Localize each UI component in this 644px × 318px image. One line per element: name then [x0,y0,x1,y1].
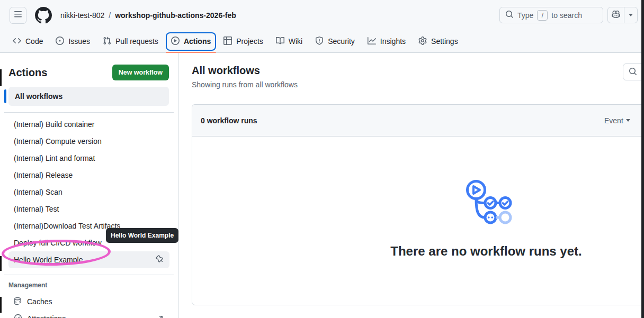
actions-sidebar: Actions New workflow All workflows (Inte… [0,53,178,318]
tab-insights[interactable]: Insights [361,30,412,52]
new-workflow-button[interactable]: New workflow [112,65,169,80]
sidebar-item-caches[interactable]: Caches [8,293,169,310]
global-search-input[interactable]: Type / to search [499,7,603,23]
runs-table-body: There are no workflow runs yet. [192,137,644,305]
copilot-icon [612,10,620,21]
top-chrome: nikki-test-802 / workshop-github-actions… [0,0,644,53]
content-area: Actions New workflow All workflows (Inte… [0,53,644,318]
issue-opened-icon [56,37,64,47]
workflow-item-hello-world[interactable]: Hello World Example [8,251,169,268]
code-icon [13,37,21,47]
screenshot-right-edge-strip [641,0,644,318]
search-placeholder-prefix: Type [517,11,533,20]
chevron-down-icon [626,119,630,122]
workflow-item[interactable]: (Internal) Compute version [8,133,169,150]
chevron-down-icon [629,14,633,16]
breadcrumb-separator: / [109,11,111,20]
app-header: nikki-test-802 / workshop-github-actions… [0,0,644,30]
book-icon [276,37,284,47]
three-bars-icon [14,10,22,20]
workflow-item-label: Hello World Example [14,256,83,264]
workflow-list: (Internal) Build container (Internal) Co… [8,116,169,268]
tab-label: Wiki [289,37,302,46]
tab-pull-requests[interactable]: Pull requests [96,30,165,52]
verified-icon [14,314,22,318]
hamburger-menu-button[interactable] [10,7,26,24]
sidebar-item-attestations[interactable]: Attestations [8,310,169,318]
tab-security[interactable]: Security [309,30,361,52]
tooltip-hello-world-example: Hello World Example [106,228,178,243]
pin-icon[interactable] [156,255,164,265]
page-subtitle: Showing runs from all workflows [192,80,298,89]
workflow-item[interactable]: (Internal) Lint and format [8,150,169,167]
filter-label: Event [604,116,623,125]
breadcrumb: nikki-test-802 / workshop-github-actions… [60,11,236,20]
sidebar-title: Actions [8,67,47,79]
repo-tab-nav: Code Issues Pull requests Actions Projec… [0,30,644,52]
tab-issues[interactable]: Issues [49,30,96,52]
copilot-dropdown-button[interactable] [624,7,637,23]
breadcrumb-owner-link[interactable]: nikki-test-802 [60,11,104,20]
page-title: All workflows [192,65,260,77]
empty-state-message: There are no workflow runs yet. [390,244,582,259]
tab-label: Insights [380,37,406,46]
sidebar-divider [4,112,174,113]
sidebar-item-label: Attestations [27,314,66,318]
all-workflows-label: All workflows [15,92,62,101]
cache-icon [14,297,22,307]
sidebar-divider [4,275,174,275]
sidebar-item-all-workflows[interactable]: All workflows [8,87,169,106]
copilot-button[interactable] [608,7,624,23]
tab-projects[interactable]: Projects [217,30,270,52]
sidebar-item-label: Caches [27,297,52,306]
tab-label: Actions [184,37,211,46]
filter-runs-search-input[interactable]: F [623,63,644,80]
github-logo-icon[interactable] [35,7,52,24]
search-icon [629,67,637,77]
runs-filters: Event [604,105,630,136]
breadcrumb-repo-link[interactable]: workshop-github-actions-2026-feb [115,11,236,20]
workflow-runs-count: 0 workflow runs [201,116,257,125]
tab-code[interactable]: Code [6,30,49,52]
workflow-item[interactable]: (Internal) Release [8,167,169,184]
tab-label: Code [25,37,43,46]
tab-label: Issues [68,37,90,46]
workflow-empty-state-illustration [460,176,513,226]
play-icon [171,37,180,47]
workflow-runs-main: All workflows Showing runs from all work… [178,53,644,318]
slash-keycap: / [537,10,548,21]
gear-icon [418,37,427,47]
arrow-up-right-icon [157,314,164,318]
workflow-item[interactable]: (Internal) Build container [8,116,169,133]
graph-icon [368,37,376,47]
search-icon [505,10,514,20]
runs-table-header: 0 workflow runs Event [192,105,644,137]
event-filter-dropdown[interactable]: Event [604,116,630,125]
screenshot-left-edge-artifact [0,256,2,271]
search-placeholder-suffix: to search [551,11,582,20]
workflow-runs-table: 0 workflow runs Event [192,104,644,305]
workflow-item[interactable]: (Internal) Test [8,201,169,217]
tab-label: Projects [236,37,263,46]
tab-label: Pull requests [115,37,158,46]
screenshot-left-edge-artifact [0,297,2,313]
shield-icon [315,37,324,47]
tab-label: Settings [431,37,458,46]
git-pull-request-icon [103,37,111,47]
table-icon [223,37,232,47]
tab-label: Security [328,37,355,46]
screenshot-left-edge-artifact [0,69,2,86]
tab-settings[interactable]: Settings [412,30,464,52]
tab-actions[interactable]: Actions [165,30,217,52]
management-section-label: Management [8,281,169,289]
copilot-button-group [607,7,638,23]
workflow-item[interactable]: (Internal) Scan [8,184,169,201]
tab-wiki[interactable]: Wiki [270,30,309,52]
